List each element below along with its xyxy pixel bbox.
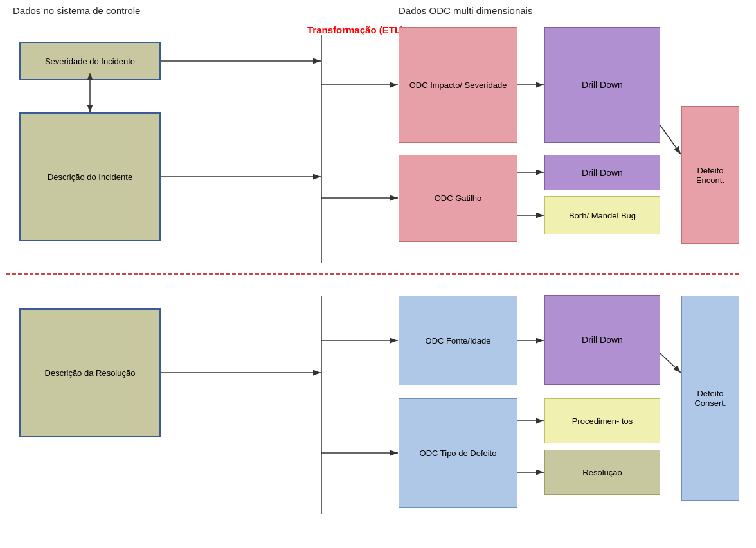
box-borh: Borh/ Mandel Bug: [544, 196, 660, 234]
box-odc-tipo-label: ODC Tipo de Defeito: [420, 448, 497, 458]
box-borh-label: Borh/ Mandel Bug: [569, 211, 636, 220]
header-left: Dados no sistema de controle: [13, 5, 140, 16]
box-odc-gatilho-label: ODC Gatilho: [435, 193, 482, 203]
box-drill-down-1: Drill Down: [544, 27, 660, 143]
box-odc-fonte: ODC Fonte/Idade: [399, 296, 518, 385]
box-odc-fonte-label: ODC Fonte/Idade: [426, 336, 491, 346]
box-drill-down-2-label: Drill Down: [582, 168, 623, 178]
box-odc-impacto: ODC Impacto/ Severidade: [399, 27, 518, 143]
box-defeito-encont: Defeito Encont.: [681, 106, 739, 244]
arrow-drilldown3-defeito-consert: [660, 353, 681, 373]
box-resolucao: Resolução: [544, 450, 660, 495]
box-drill-down-1-label: Drill Down: [582, 80, 623, 90]
box-descricao-incidente-label: Descrição do Incidente: [48, 172, 132, 182]
box-defeito-consert-label: Defeito Consert.: [682, 389, 739, 408]
box-descricao-resolucao: Descrição da Resolução: [19, 308, 161, 437]
box-procedimentos-label: Procedimen- tos: [572, 416, 633, 426]
section-divider: [6, 273, 739, 275]
box-severidade-label: Severidade do Incidente: [45, 57, 135, 66]
box-resolucao-label: Resolução: [582, 468, 622, 477]
box-procedimentos: Procedimen- tos: [544, 398, 660, 443]
etl-label: Transformação (ETL): [307, 24, 404, 35]
diagram-container: Dados no sistema de controle Dados ODC m…: [0, 0, 756, 548]
box-descricao-resolucao-label: Descrição da Resolução: [45, 368, 136, 378]
box-odc-gatilho: ODC Gatilho: [399, 155, 518, 242]
box-drill-down-3: Drill Down: [544, 295, 660, 385]
box-descricao-incidente: Descrição do Incidente: [19, 112, 161, 241]
header-right: Dados ODC multi dimensionais: [399, 5, 532, 16]
arrow-drilldown1-defeito-encont: [660, 125, 681, 154]
box-defeito-encont-label: Defeito Encont.: [682, 166, 739, 185]
box-drill-down-2: Drill Down: [544, 155, 660, 190]
box-drill-down-3-label: Drill Down: [582, 335, 623, 345]
box-severidade: Severidade do Incidente: [19, 42, 161, 80]
box-odc-tipo: ODC Tipo de Defeito: [399, 398, 518, 508]
box-odc-impacto-label: ODC Impacto/ Severidade: [410, 80, 507, 90]
box-defeito-consert: Defeito Consert.: [681, 296, 739, 501]
